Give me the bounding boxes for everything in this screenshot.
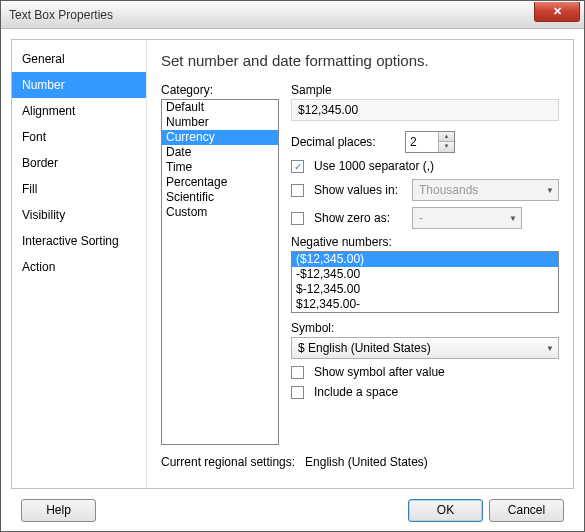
negative-group: Negative numbers: ($12,345.00)-$12,345.0… xyxy=(291,235,559,313)
separator-row: Use 1000 separator (,) xyxy=(291,159,559,173)
category-column: Category: DefaultNumberCurrencyDateTimeP… xyxy=(161,83,279,445)
sidebar-item-number[interactable]: Number xyxy=(12,72,146,98)
chevron-down-icon: ▼ xyxy=(546,344,554,353)
decimal-value: 2 xyxy=(406,135,438,149)
cancel-button[interactable]: Cancel xyxy=(489,499,564,522)
negative-list[interactable]: ($12,345.00)-$12,345.00$-12,345.00$12,34… xyxy=(291,251,559,313)
titlebar: Text Box Properties ✕ xyxy=(1,1,584,29)
regional-label: Current regional settings: xyxy=(161,455,295,469)
sidebar-item-alignment[interactable]: Alignment xyxy=(12,98,146,124)
category-item[interactable]: Percentage xyxy=(162,175,278,190)
content-area: GeneralNumberAlignmentFontBorderFillVisi… xyxy=(1,29,584,531)
regional-value: English (United States) xyxy=(305,455,428,469)
include-space-row: Include a space xyxy=(291,385,559,399)
decimal-row: Decimal places: 2 ▲ ▼ xyxy=(291,131,559,153)
window-title: Text Box Properties xyxy=(9,8,534,22)
include-space-label: Include a space xyxy=(314,385,398,399)
sidebar-item-general[interactable]: General xyxy=(12,46,146,72)
show-zero-value: - xyxy=(419,211,423,225)
show-after-label: Show symbol after value xyxy=(314,365,445,379)
spin-up-icon[interactable]: ▲ xyxy=(439,132,454,142)
footer: Help OK Cancel xyxy=(11,489,574,531)
category-item[interactable]: Number xyxy=(162,115,278,130)
category-item[interactable]: Scientific xyxy=(162,190,278,205)
category-item[interactable]: Default xyxy=(162,100,278,115)
decimal-places-input[interactable]: 2 ▲ ▼ xyxy=(405,131,455,153)
category-list[interactable]: DefaultNumberCurrencyDateTimePercentageS… xyxy=(161,99,279,445)
ok-button[interactable]: OK xyxy=(408,499,483,522)
sidebar-item-action[interactable]: Action xyxy=(12,254,146,280)
chevron-down-icon: ▼ xyxy=(509,214,517,223)
category-item[interactable]: Time xyxy=(162,160,278,175)
close-icon: ✕ xyxy=(553,5,562,18)
symbol-value: $ English (United States) xyxy=(298,341,431,355)
show-zero-combo[interactable]: - ▼ xyxy=(412,207,522,229)
category-item[interactable]: Custom xyxy=(162,205,278,220)
category-item[interactable]: Date xyxy=(162,145,278,160)
show-zero-label: Show zero as: xyxy=(314,211,406,225)
sample-label: Sample xyxy=(291,83,559,97)
sidebar-item-visibility[interactable]: Visibility xyxy=(12,202,146,228)
category-item[interactable]: Currency xyxy=(162,130,278,145)
negative-label: Negative numbers: xyxy=(291,235,559,249)
show-values-row: Show values in: Thousands ▼ xyxy=(291,179,559,201)
negative-item[interactable]: -$12,345.00 xyxy=(292,267,558,282)
close-button[interactable]: ✕ xyxy=(534,2,580,22)
symbol-group: Symbol: $ English (United States) ▼ xyxy=(291,321,559,359)
decimal-spinner: ▲ ▼ xyxy=(438,132,454,152)
category-label: Category: xyxy=(161,83,279,97)
decimal-label: Decimal places: xyxy=(291,135,399,149)
sidebar-item-interactive-sorting[interactable]: Interactive Sorting xyxy=(12,228,146,254)
sidebar: GeneralNumberAlignmentFontBorderFillVisi… xyxy=(12,40,147,488)
regional-row: Current regional settings: English (Unit… xyxy=(161,455,559,469)
use-separator-label: Use 1000 separator (,) xyxy=(314,159,434,173)
show-values-label: Show values in: xyxy=(314,183,406,197)
negative-item[interactable]: ($12,345.00) xyxy=(292,252,558,267)
show-values-value: Thousands xyxy=(419,183,478,197)
show-values-checkbox[interactable] xyxy=(291,184,304,197)
negative-item[interactable]: $12,345.00- xyxy=(292,297,558,312)
panel-body: Category: DefaultNumberCurrencyDateTimeP… xyxy=(161,83,559,445)
sample-group: Sample $12,345.00 xyxy=(291,83,559,121)
chevron-down-icon: ▼ xyxy=(546,186,554,195)
show-after-checkbox[interactable] xyxy=(291,366,304,379)
spin-down-icon[interactable]: ▼ xyxy=(439,142,454,152)
include-space-checkbox[interactable] xyxy=(291,386,304,399)
sidebar-item-border[interactable]: Border xyxy=(12,150,146,176)
panel-heading: Set number and date formatting options. xyxy=(161,52,559,69)
sidebar-item-font[interactable]: Font xyxy=(12,124,146,150)
dialog-window: Text Box Properties ✕ GeneralNumberAlign… xyxy=(0,0,585,532)
use-separator-checkbox[interactable] xyxy=(291,160,304,173)
show-zero-checkbox[interactable] xyxy=(291,212,304,225)
symbol-label: Symbol: xyxy=(291,321,559,335)
options-column: Sample $12,345.00 Decimal places: 2 ▲ ▼ xyxy=(291,83,559,445)
sidebar-item-fill[interactable]: Fill xyxy=(12,176,146,202)
help-button[interactable]: Help xyxy=(21,499,96,522)
show-values-combo[interactable]: Thousands ▼ xyxy=(412,179,559,201)
show-zero-row: Show zero as: - ▼ xyxy=(291,207,559,229)
number-panel: Set number and date formatting options. … xyxy=(147,40,573,488)
show-after-row: Show symbol after value xyxy=(291,365,559,379)
symbol-combo[interactable]: $ English (United States) ▼ xyxy=(291,337,559,359)
sample-value: $12,345.00 xyxy=(291,99,559,121)
negative-item[interactable]: $-12,345.00 xyxy=(292,282,558,297)
main-area: GeneralNumberAlignmentFontBorderFillVisi… xyxy=(11,39,574,489)
